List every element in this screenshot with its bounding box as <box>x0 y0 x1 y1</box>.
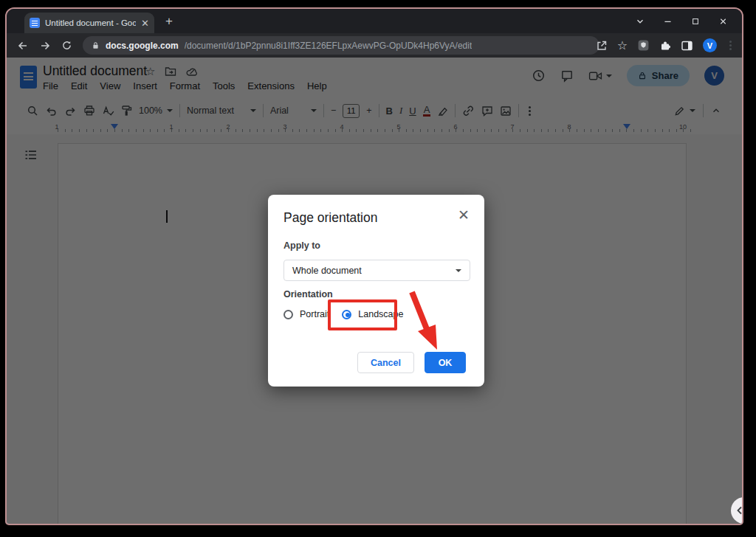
apply-to-label: Apply to <box>284 240 320 251</box>
url-host: docs.google.com <box>106 41 179 51</box>
window-chevron-icon[interactable] <box>635 15 645 27</box>
chevron-left-icon <box>736 506 743 515</box>
screenshot-stage: Untitled document - Google Doc ✕ + <box>0 0 756 537</box>
address-bar-actions: ☆ V <box>596 33 735 58</box>
annotation-arrow <box>402 284 450 358</box>
reload-icon[interactable] <box>61 40 72 51</box>
select-caret-icon <box>456 269 461 272</box>
url-input[interactable]: docs.google.com/document/d/1bP2pnnu8i1If… <box>83 36 599 55</box>
apply-to-select[interactable]: Whole document <box>284 260 470 281</box>
annotation-highlight-rectangle <box>328 299 397 330</box>
tab-close-icon[interactable]: ✕ <box>141 18 149 28</box>
page-orientation-dialog: Page orientation ✕ Apply to Whole docume… <box>268 195 484 387</box>
browser-tab[interactable]: Untitled document - Google Doc ✕ <box>24 13 154 33</box>
extensions-puzzle-icon[interactable] <box>659 40 671 52</box>
url-path: /document/d/1bP2pnnu8i1Iff3ZE126EFLpxAew… <box>185 41 472 51</box>
dialog-close-icon[interactable]: ✕ <box>458 208 470 222</box>
tab-strip: Untitled document - Google Doc ✕ + <box>7 9 742 33</box>
portrait-radio-label[interactable]: Portrait <box>300 309 329 319</box>
forward-icon[interactable] <box>39 40 51 52</box>
bookmark-star-icon[interactable]: ☆ <box>617 38 628 52</box>
window-close-button[interactable] <box>718 15 728 27</box>
window-maximize-button[interactable] <box>691 15 700 27</box>
share-page-icon[interactable] <box>596 40 608 52</box>
orientation-label: Orientation <box>284 289 333 299</box>
browser-menu-kebab-icon[interactable] <box>729 44 732 46</box>
tab-title: Untitled document - Google Doc <box>45 18 136 27</box>
dialog-title: Page orientation <box>284 210 377 226</box>
window-minimize-button[interactable] <box>663 15 673 27</box>
new-tab-button[interactable]: + <box>165 15 173 27</box>
browser-avatar[interactable]: V <box>703 38 717 52</box>
portrait-radio[interactable] <box>284 310 293 319</box>
side-panel-icon[interactable] <box>681 40 693 52</box>
lock-icon <box>92 41 100 50</box>
apply-to-value: Whole document <box>292 266 362 276</box>
extension-shield-icon[interactable] <box>637 39 650 52</box>
back-icon[interactable] <box>17 40 29 52</box>
docs-favicon-icon <box>30 18 40 28</box>
